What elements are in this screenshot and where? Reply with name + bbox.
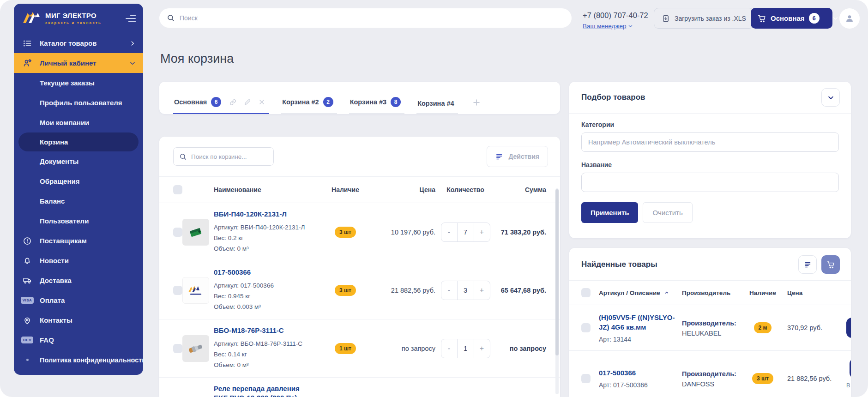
scrollbar-track[interactable] bbox=[555, 188, 559, 394]
product-title-link[interactable]: ВБО-М18-76Р-3111-С bbox=[214, 326, 312, 335]
tab-cart-2[interactable]: Корзина #2 2 bbox=[281, 97, 337, 114]
cart-tabs-card: Основная 6 bbox=[159, 82, 560, 114]
product-sum: 65 647,68 руб. bbox=[495, 287, 546, 294]
sidebar-item-requests[interactable]: Обращения bbox=[14, 171, 143, 191]
row-checkbox[interactable] bbox=[173, 228, 182, 237]
product-title-link[interactable]: ВБИ-П40-120К-2131-Л bbox=[214, 210, 312, 219]
product-sum: 71 383,20 руб. bbox=[495, 229, 546, 236]
category-label: Категории bbox=[581, 121, 839, 128]
product-volume: Объем: 0.003 м³ bbox=[214, 302, 312, 313]
sidebar-item-cart[interactable]: Корзина bbox=[18, 132, 139, 151]
dev-badge-label: DEV bbox=[21, 337, 33, 343]
search-input[interactable] bbox=[180, 14, 564, 22]
collapse-panel-button[interactable] bbox=[821, 88, 840, 107]
brand-name: МИГ ЭЛЕКТРО bbox=[45, 12, 102, 19]
sidebar-item-delivery[interactable]: Доставка bbox=[14, 271, 143, 290]
stock-badge: 3 шт bbox=[335, 285, 356, 296]
product-title-link[interactable]: 017-500366 bbox=[599, 368, 676, 378]
pencil-icon[interactable] bbox=[244, 98, 251, 106]
row-checkbox[interactable] bbox=[581, 374, 591, 383]
dev-badge-icon: DEV bbox=[21, 337, 33, 343]
cart-count-badge: 6 bbox=[809, 13, 820, 24]
column-stock: Наличие bbox=[320, 186, 371, 193]
product-title-link[interactable]: Реле перепада давления EKF RVG-10-200 (2… bbox=[214, 384, 312, 397]
cart-dropdown-button[interactable]: Основная 6 bbox=[751, 8, 832, 29]
truck-icon bbox=[21, 276, 33, 285]
sidebar-item-news[interactable]: Новости bbox=[14, 251, 143, 271]
add-cart-icon[interactable] bbox=[472, 98, 481, 114]
close-icon[interactable] bbox=[258, 98, 265, 106]
sidebar-item-user-profile[interactable]: Профиль пользователя bbox=[14, 93, 143, 113]
product-title-link[interactable]: 017-500366 bbox=[214, 268, 312, 277]
qty-value[interactable]: 1 bbox=[457, 339, 474, 358]
qty-value[interactable]: 3 bbox=[457, 281, 474, 300]
chevron-right-icon bbox=[129, 40, 136, 47]
scrollbar-thumb[interactable] bbox=[555, 189, 559, 355]
sidebar-item-balance[interactable]: Баланс bbox=[14, 191, 143, 211]
sidebar-item-privacy-policy[interactable]: Политика конфиденциальности bbox=[14, 350, 143, 370]
qty-minus-button[interactable]: - bbox=[441, 281, 457, 300]
category-input[interactable] bbox=[581, 132, 839, 152]
found-row: 017-500366 Арт: 017-500366 Производитель… bbox=[569, 350, 851, 397]
sidebar-item-suppliers[interactable]: Поставщикам bbox=[14, 231, 143, 251]
sidebar-item-current-orders[interactable]: Текущие заказы bbox=[14, 73, 143, 93]
qty-plus-button[interactable]: + bbox=[474, 281, 490, 300]
select-all-checkbox[interactable] bbox=[581, 288, 591, 297]
sidebar: МИГ ЭЛЕКТРО скорость и точность Каталог … bbox=[14, 4, 143, 375]
bullet-dot-icon bbox=[21, 359, 33, 361]
product-image bbox=[182, 219, 209, 246]
product-price: 21 882,56 руб. bbox=[371, 287, 435, 294]
product-art: Арт: 017-500366 bbox=[599, 381, 676, 389]
name-input[interactable] bbox=[581, 173, 839, 192]
quantity-stepper: - 7 + bbox=[441, 223, 490, 242]
sidebar-item-faq[interactable]: DEV FAQ bbox=[14, 330, 143, 350]
upload-xls-button[interactable]: Загрузить заказ из .XLS bbox=[654, 8, 754, 29]
row-checkbox[interactable] bbox=[581, 323, 591, 332]
column-desc-sort[interactable]: Артикул / Описание bbox=[599, 289, 676, 296]
sidebar-item-label: Политика конфиденциальности bbox=[40, 356, 143, 364]
chevron-down-icon bbox=[628, 24, 633, 29]
tab-count-badge: 6 bbox=[211, 97, 221, 107]
sidebar-item-documents[interactable]: Документы bbox=[14, 151, 143, 171]
qty-minus-button[interactable]: - bbox=[441, 339, 457, 358]
actions-button[interactable]: Действия bbox=[487, 146, 548, 167]
add-to-cart-button[interactable] bbox=[846, 318, 851, 338]
cart-icon bbox=[757, 14, 766, 23]
sidebar-item-my-companies[interactable]: Мои компании bbox=[14, 113, 143, 132]
tab-cart-4[interactable]: Корзина #4 bbox=[416, 100, 458, 114]
qty-value[interactable]: 7 bbox=[457, 223, 474, 241]
brand-tagline: скорость и точность bbox=[45, 21, 102, 25]
tab-cart-3[interactable]: Корзина #3 8 bbox=[349, 97, 404, 114]
stock-badge: 2 м bbox=[754, 322, 772, 333]
add-to-cart-button[interactable] bbox=[850, 358, 851, 379]
sidebar-item-catalog[interactable]: Каталог товаров bbox=[14, 33, 143, 53]
row-checkbox[interactable] bbox=[173, 344, 182, 353]
row-checkbox[interactable] bbox=[173, 286, 182, 295]
sidebar-item-account[interactable]: Личный кабинет bbox=[14, 53, 143, 73]
link-icon[interactable] bbox=[229, 98, 237, 106]
clear-button[interactable]: Очистить bbox=[643, 202, 692, 223]
brand-logo[interactable]: МИГ ЭЛЕКТРО скорость и точность bbox=[22, 11, 102, 25]
add-selected-to-cart-button[interactable] bbox=[821, 255, 840, 274]
tab-main-cart[interactable]: Основная 6 bbox=[173, 97, 269, 114]
sidebar-item-contacts[interactable]: Контакты bbox=[14, 310, 143, 330]
manager-link[interactable]: Ваш менеджер bbox=[583, 23, 633, 30]
cart-search-input[interactable] bbox=[191, 153, 273, 160]
sidebar-item-label: Каталог товаров bbox=[40, 39, 97, 47]
qty-plus-button[interactable]: + bbox=[474, 223, 490, 241]
product-title-link[interactable]: (H)05VV5-F ((N)YSLYO-JZ) 4G6 кв.мм bbox=[599, 313, 676, 332]
apply-button[interactable]: Применить bbox=[581, 202, 638, 223]
product-weight: Вес: 0.2 кг bbox=[214, 233, 312, 244]
list-view-button[interactable] bbox=[798, 255, 817, 274]
column-sum: Сумма bbox=[495, 186, 546, 193]
select-all-checkbox[interactable] bbox=[173, 185, 182, 194]
column-qty: Количество bbox=[435, 186, 495, 193]
qty-plus-button[interactable]: + bbox=[474, 339, 490, 358]
sidebar-item-payment[interactable]: VISA Оплата bbox=[14, 290, 143, 310]
sidebar-collapse-icon[interactable] bbox=[126, 11, 136, 22]
user-avatar[interactable] bbox=[839, 8, 860, 29]
sidebar-item-users[interactable]: Пользователи bbox=[14, 211, 143, 231]
qty-minus-button[interactable]: - bbox=[441, 223, 457, 241]
tab-label: Корзина #4 bbox=[417, 100, 454, 107]
maker-label: Производитель: bbox=[682, 369, 738, 379]
